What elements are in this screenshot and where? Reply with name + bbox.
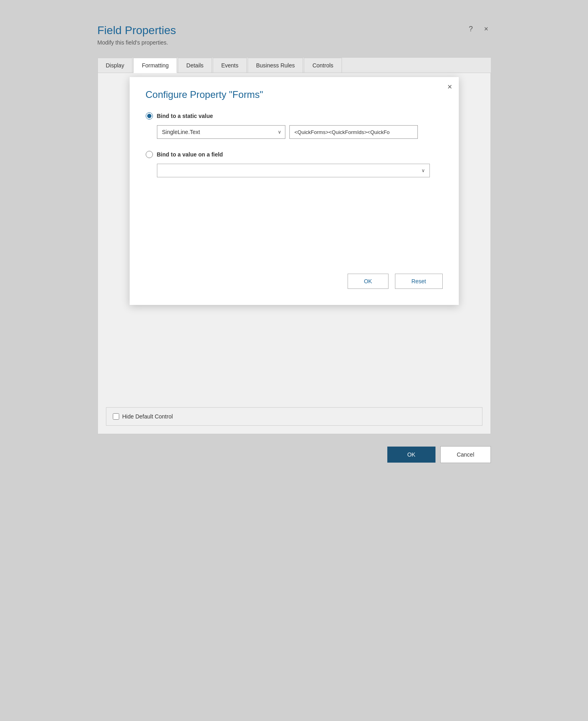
field-value-row: Bind to a value on a field xyxy=(146,151,443,158)
page-title: Field Properties xyxy=(98,24,491,37)
modal-ok-button[interactable]: OK xyxy=(348,274,389,289)
tab-formatting[interactable]: Formatting xyxy=(133,58,177,73)
footer-cancel-button[interactable]: Cancel xyxy=(440,446,491,463)
help-button[interactable]: ? xyxy=(466,24,475,34)
hide-default-checkbox[interactable] xyxy=(113,413,119,420)
modal-close-button[interactable]: × xyxy=(448,83,452,91)
modal-overlay: × Configure Property "Forms" Bind to a s… xyxy=(98,73,490,434)
modal-title: Configure Property "Forms" xyxy=(146,89,443,100)
field-dropdown-wrapper xyxy=(146,164,443,177)
tab-details[interactable]: Details xyxy=(178,58,212,73)
tab-business-rules[interactable]: Business Rules xyxy=(248,58,303,73)
tab-events[interactable]: Events xyxy=(213,58,247,73)
tab-content: × Configure Property "Forms" Bind to a s… xyxy=(98,73,491,434)
tab-controls[interactable]: Controls xyxy=(304,58,342,73)
static-value-section: Bind to a static value SingleLine.Text xyxy=(146,112,443,139)
dialog-header: Field Properties Modify this field's pro… xyxy=(98,16,491,50)
hide-default-label: Hide Default Control xyxy=(122,413,173,420)
field-value-label: Bind to a value on a field xyxy=(157,151,223,158)
modal-box: × Configure Property "Forms" Bind to a s… xyxy=(130,77,459,305)
type-select-wrapper: SingleLine.Text xyxy=(157,125,285,139)
value-input[interactable] xyxy=(289,125,418,139)
static-value-controls: SingleLine.Text xyxy=(146,125,443,139)
hide-default-row: Hide Default Control xyxy=(106,407,482,426)
field-value-radio[interactable] xyxy=(146,151,153,158)
modal-actions: OK Reset xyxy=(146,274,443,289)
tabs-row: Display Formatting Details Events Busine… xyxy=(98,58,491,73)
field-value-section: Bind to a value on a field xyxy=(146,151,443,177)
modal-reset-button[interactable]: Reset xyxy=(395,274,443,289)
field-dropdown[interactable] xyxy=(157,164,430,177)
header-actions: ? × xyxy=(466,24,491,34)
main-container: Field Properties Modify this field's pro… xyxy=(98,16,491,467)
tab-display[interactable]: Display xyxy=(98,58,133,73)
static-value-label: Bind to a static value xyxy=(157,113,213,119)
close-button[interactable]: × xyxy=(482,24,491,34)
page-footer: OK Cancel xyxy=(98,442,491,467)
static-value-radio[interactable] xyxy=(146,112,153,120)
footer-ok-button[interactable]: OK xyxy=(387,447,435,463)
field-select-outer xyxy=(157,164,430,177)
page-subtitle: Modify this field's properties. xyxy=(98,39,491,46)
type-dropdown[interactable]: SingleLine.Text xyxy=(157,125,285,139)
static-value-row: Bind to a static value xyxy=(146,112,443,120)
